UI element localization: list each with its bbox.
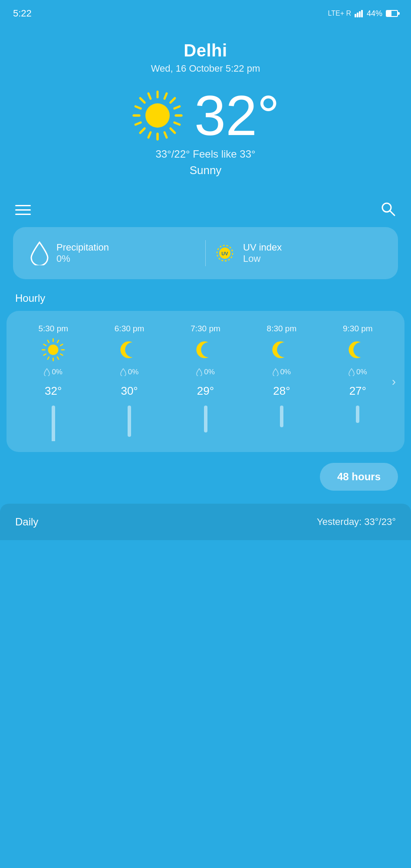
yesterday-text: Yesterday: 33°/23° xyxy=(317,516,396,528)
svg-line-18 xyxy=(164,132,167,138)
hour-icon-4 xyxy=(346,338,370,363)
precipitation-info: Precipitation 0% xyxy=(30,241,197,265)
status-bar: 5:22 LTE+ R 44% xyxy=(0,0,411,23)
hour-temp-0: 32° xyxy=(45,384,62,398)
svg-rect-1 xyxy=(357,13,358,17)
svg-line-44 xyxy=(48,340,49,343)
uv-info: UV UV index Low xyxy=(214,242,381,264)
hourly-card: 5:30 pm 0%32°6:30 pm 0%30°7:30 pm 0%29°8… xyxy=(7,311,404,452)
svg-line-21 xyxy=(141,129,145,132)
temp-bar-wrap-2 xyxy=(204,402,207,441)
hour-time-4: 9:30 pm xyxy=(343,324,373,333)
svg-rect-0 xyxy=(355,14,356,17)
svg-line-25 xyxy=(141,99,145,102)
hour-item-0: 5:30 pm 0%32° xyxy=(15,324,91,441)
temp-bar-wrap-1 xyxy=(128,402,131,441)
svg-point-27 xyxy=(145,103,170,128)
svg-line-24 xyxy=(135,106,141,109)
svg-line-12 xyxy=(164,93,167,99)
svg-line-17 xyxy=(170,129,174,132)
battery-icon xyxy=(386,10,398,17)
icon-row xyxy=(0,192,411,227)
svg-point-45 xyxy=(48,345,59,355)
hour-precip-0: 0% xyxy=(44,368,62,376)
uv-icon: UV xyxy=(214,243,235,264)
info-divider xyxy=(205,240,206,266)
hour-icon-3 xyxy=(270,338,293,363)
48-hours-button[interactable]: 48 hours xyxy=(320,463,398,491)
uv-label: UV index xyxy=(243,242,282,253)
battery-pct-text: 44% xyxy=(367,9,382,18)
search-button[interactable] xyxy=(380,201,396,218)
hour-icon-2 xyxy=(194,338,217,363)
svg-line-13 xyxy=(170,99,174,102)
temp-bar-2 xyxy=(204,406,207,432)
hourly-scroll: 5:30 pm 0%32°6:30 pm 0%30°7:30 pm 0%29°8… xyxy=(15,324,396,441)
hour-item-2: 7:30 pm 0%29° xyxy=(168,324,243,441)
svg-line-35 xyxy=(60,344,62,346)
svg-line-16 xyxy=(174,122,180,125)
hour-item-1: 6:30 pm 0%30° xyxy=(91,324,167,441)
hour-precip-1: 0% xyxy=(120,368,139,376)
hour-time-1: 6:30 pm xyxy=(115,324,145,333)
svg-line-29 xyxy=(390,211,395,215)
hour-item-4: 9:30 pm 0%27° xyxy=(320,324,396,441)
daily-bar: Daily Yesterday: 33°/23° xyxy=(0,504,411,540)
daily-label: Daily xyxy=(15,516,38,528)
info-card: Precipitation 0% UV UV index Low xyxy=(13,227,398,279)
temp-bar-wrap-4 xyxy=(356,402,359,441)
hourly-section-label: Hourly xyxy=(0,279,411,311)
hours-btn-wrap: 48 hours xyxy=(0,452,411,495)
svg-line-20 xyxy=(148,132,151,138)
hour-temp-4: 27° xyxy=(349,384,366,398)
weather-condition: Sunny xyxy=(9,164,402,177)
svg-rect-2 xyxy=(359,11,361,17)
hour-time-3: 8:30 pm xyxy=(267,324,297,333)
hour-temp-3: 28° xyxy=(273,384,290,398)
svg-line-14 xyxy=(174,106,180,109)
search-icon xyxy=(380,201,396,217)
date-time: Wed, 16 October 5:22 pm xyxy=(9,63,402,74)
hour-temp-2: 29° xyxy=(197,384,214,398)
signal-bars-icon xyxy=(355,10,363,17)
uv-value: Low xyxy=(243,253,282,264)
hour-temp-1: 30° xyxy=(121,384,138,398)
hour-icon-1 xyxy=(118,338,141,363)
signal-text: LTE+ R xyxy=(328,10,351,17)
status-right: LTE+ R 44% xyxy=(328,9,398,18)
precipitation-value: 0% xyxy=(56,253,109,264)
svg-line-26 xyxy=(148,93,151,99)
svg-line-40 xyxy=(48,357,49,359)
temp-bar-wrap-0 xyxy=(52,402,55,441)
sun-icon xyxy=(132,89,184,142)
svg-text:UV: UV xyxy=(221,251,228,256)
precipitation-icon xyxy=(30,241,49,265)
hour-item-3: 8:30 pm 0%28° xyxy=(243,324,319,441)
temp-bar-1 xyxy=(128,406,131,437)
precipitation-label: Precipitation xyxy=(56,242,109,253)
hour-precip-2: 0% xyxy=(196,368,215,376)
weather-header: Delhi Wed, 16 October 5:22 pm xyxy=(0,23,411,186)
svg-line-37 xyxy=(60,354,62,355)
svg-line-38 xyxy=(57,357,59,359)
status-time: 5:22 xyxy=(13,8,32,19)
svg-rect-3 xyxy=(361,10,363,17)
temp-bar-0 xyxy=(52,406,55,441)
temp-details: 33°/22° Feels like 33° xyxy=(9,148,402,160)
menu-button[interactable] xyxy=(15,205,31,215)
hour-precip-4: 0% xyxy=(349,368,367,376)
svg-line-43 xyxy=(44,344,46,346)
temp-section: 32° xyxy=(9,87,402,144)
hour-precip-3: 0% xyxy=(273,368,291,376)
scroll-right-arrow[interactable]: › xyxy=(392,375,396,389)
hour-time-2: 7:30 pm xyxy=(191,324,220,333)
temperature-value: 32° xyxy=(194,87,280,144)
svg-line-41 xyxy=(44,354,46,355)
temp-bar-4 xyxy=(356,406,359,423)
temp-bar-3 xyxy=(280,406,283,427)
svg-line-34 xyxy=(57,340,59,343)
temp-bar-wrap-3 xyxy=(280,402,283,441)
city-name: Delhi xyxy=(9,41,402,60)
hour-icon-0 xyxy=(41,338,65,363)
hour-time-0: 5:30 pm xyxy=(38,324,68,333)
